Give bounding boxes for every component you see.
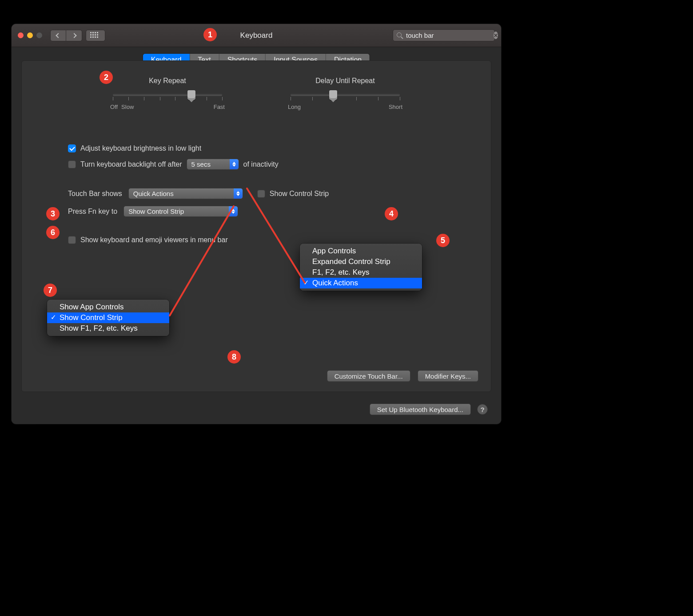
press-fn-select[interactable]: Show Control Strip — [123, 206, 238, 217]
backlight-off-value: 5 secs — [191, 160, 211, 168]
back-button[interactable] — [50, 30, 66, 41]
customize-touch-bar-button[interactable]: Customize Touch Bar... — [327, 370, 410, 382]
zoom-icon[interactable] — [36, 32, 42, 38]
backlight-off-label-before: Turn keyboard backlight off after — [80, 160, 182, 168]
backlight-off-label-after: of inactivity — [243, 160, 279, 168]
modifier-keys-button[interactable]: Modifier Keys... — [418, 370, 478, 382]
delay-repeat-right-label: Short — [389, 104, 402, 110]
show-viewers-label: Show keyboard and emoji viewers in menu … — [80, 236, 228, 244]
show-control-strip-label: Show Control Strip — [270, 190, 329, 198]
titlebar: Keyboard ✕ — [12, 24, 501, 47]
chevron-right-icon — [72, 33, 76, 38]
content-area: Keyboard Text Shortcuts Input Sources Di… — [12, 47, 501, 424]
touch-bar-shows-menu[interactable]: App Controls Expanded Control Strip F1, … — [300, 244, 422, 291]
annotation-badge-4: 4 — [385, 207, 398, 220]
show-viewers-checkbox[interactable] — [68, 236, 76, 244]
window-controls — [18, 32, 42, 38]
setup-bluetooth-button[interactable]: Set Up Bluetooth Keyboard... — [370, 404, 471, 415]
delay-repeat-thumb[interactable] — [329, 90, 337, 100]
chevron-left-icon — [56, 33, 60, 38]
settings-panel: Key Repeat — [21, 60, 491, 392]
menu-item-app-controls[interactable]: App Controls — [300, 246, 422, 256]
annotation-badge-8: 8 — [227, 350, 241, 364]
annotation-badge-6: 6 — [46, 226, 60, 239]
menu-item-quick-actions[interactable]: Quick Actions — [300, 278, 422, 288]
annotation-badge-3: 3 — [46, 207, 60, 220]
search-input[interactable] — [406, 32, 490, 39]
key-repeat-slider[interactable] — [113, 88, 222, 102]
backlight-off-row: Turn keyboard backlight off after 5 secs… — [68, 159, 279, 170]
delay-repeat-label: Delay Until Repeat — [285, 77, 405, 85]
key-repeat-group: Key Repeat — [108, 77, 227, 110]
touch-bar-shows-label: Touch Bar shows — [68, 190, 122, 198]
touch-bar-shows-value: Quick Actions — [133, 190, 174, 197]
annotation-badge-7: 7 — [44, 284, 57, 297]
close-icon[interactable] — [18, 32, 24, 38]
key-repeat-left-label2: Slow — [121, 104, 134, 110]
key-repeat-thumb[interactable] — [187, 90, 195, 100]
backlight-off-checkbox[interactable] — [68, 160, 76, 168]
grid-icon — [90, 32, 101, 39]
minimize-icon[interactable] — [27, 32, 33, 38]
show-control-strip-checkbox[interactable] — [257, 190, 265, 198]
annotation-badge-1: 1 — [203, 28, 217, 41]
clear-search-icon[interactable]: ✕ — [494, 32, 498, 39]
press-fn-menu[interactable]: Show App Controls Show Control Strip Sho… — [47, 300, 169, 336]
stepper-icon — [230, 159, 239, 169]
stepper-icon — [234, 188, 243, 199]
search-icon — [397, 32, 403, 39]
key-repeat-label: Key Repeat — [108, 77, 227, 85]
adjust-brightness-row: Adjust keyboard brightness in low light — [68, 144, 201, 152]
adjust-brightness-label: Adjust keyboard brightness in low light — [80, 144, 201, 152]
panel-buttons: Customize Touch Bar... Modifier Keys... — [327, 370, 478, 382]
delay-repeat-group: Delay Until Repeat Long Short — [285, 77, 405, 110]
backlight-off-select[interactable]: 5 secs — [187, 159, 239, 170]
menu-item-show-f1-f2-keys[interactable]: Show F1, F2, etc. Keys — [47, 323, 169, 334]
delay-repeat-slider[interactable] — [291, 88, 400, 102]
stepper-icon — [229, 206, 238, 216]
window-bottom-row: Set Up Bluetooth Keyboard... ? — [370, 404, 488, 415]
key-repeat-left-label: Off — [110, 104, 118, 110]
show-viewers-row: Show keyboard and emoji viewers in menu … — [68, 236, 228, 244]
window-title: Keyboard — [240, 31, 273, 40]
show-all-button[interactable] — [86, 30, 105, 41]
help-button[interactable]: ? — [477, 404, 488, 415]
adjust-brightness-checkbox[interactable] — [68, 144, 76, 152]
sliders-row: Key Repeat — [22, 77, 491, 110]
menu-item-show-app-controls[interactable]: Show App Controls — [47, 302, 169, 312]
menu-item-f1-f2-keys[interactable]: F1, F2, etc. Keys — [300, 267, 422, 278]
press-fn-row: Press Fn key to Show Control Strip — [68, 206, 238, 217]
press-fn-value: Show Control Strip — [128, 208, 184, 215]
touch-bar-shows-row: Touch Bar shows Quick Actions Show Contr… — [68, 188, 329, 199]
annotation-badge-5: 5 — [436, 234, 450, 247]
key-repeat-right-label: Fast — [214, 104, 225, 110]
delay-repeat-left-label: Long — [288, 104, 301, 110]
press-fn-label: Press Fn key to — [68, 208, 117, 216]
annotation-badge-2: 2 — [100, 71, 113, 84]
forward-button[interactable] — [66, 30, 82, 41]
menu-item-expanded-control-strip[interactable]: Expanded Control Strip — [300, 256, 422, 267]
menu-item-show-control-strip[interactable]: Show Control Strip — [47, 312, 169, 323]
touch-bar-shows-select[interactable]: Quick Actions — [128, 188, 243, 199]
preferences-window: Keyboard ✕ Keyboard Text Shortcuts Input… — [12, 24, 501, 424]
nav-buttons — [50, 30, 82, 41]
search-field[interactable]: ✕ — [393, 29, 495, 41]
